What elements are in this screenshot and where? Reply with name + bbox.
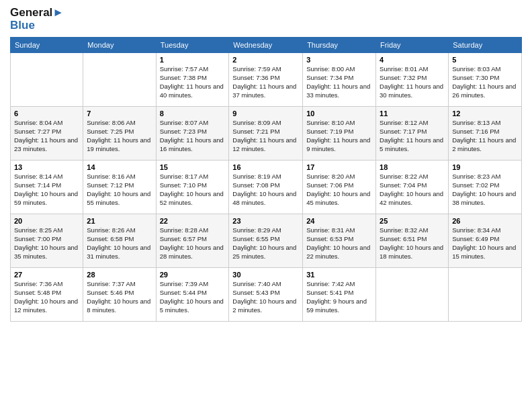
calendar-cell: 7Sunrise: 8:06 AMSunset: 7:25 PMDaylight… (83, 107, 156, 161)
day-info: Sunrise: 8:26 AMSunset: 6:58 PMDaylight:… (87, 226, 152, 261)
day-info: Sunrise: 8:00 AMSunset: 7:34 PMDaylight:… (306, 65, 372, 99)
calendar-cell: 5Sunrise: 8:03 AMSunset: 7:30 PMDaylight… (449, 53, 522, 107)
day-info: Sunrise: 8:22 AMSunset: 7:04 PMDaylight:… (380, 173, 445, 207)
day-info: Sunrise: 7:59 AMSunset: 7:36 PMDaylight:… (232, 65, 299, 99)
day-info: Sunrise: 8:09 AMSunset: 7:21 PMDaylight:… (232, 119, 299, 153)
day-header-tuesday: Tuesday (156, 38, 229, 53)
calendar-cell: 14Sunrise: 8:16 AMSunset: 7:12 PMDayligh… (83, 161, 156, 214)
day-info: Sunrise: 8:31 AMSunset: 6:53 PMDaylight:… (306, 226, 372, 261)
calendar-week-3: 13Sunrise: 8:14 AMSunset: 7:14 PMDayligh… (11, 161, 522, 214)
calendar-cell: 9Sunrise: 8:09 AMSunset: 7:21 PMDaylight… (229, 107, 303, 161)
day-info: Sunrise: 8:32 AMSunset: 6:51 PMDaylight:… (380, 226, 445, 261)
day-number: 17 (306, 163, 372, 171)
calendar-cell: 23Sunrise: 8:29 AMSunset: 6:55 PMDayligh… (229, 214, 303, 268)
calendar-cell: 2Sunrise: 7:59 AMSunset: 7:36 PMDaylight… (229, 53, 303, 107)
calendar-cell: 16Sunrise: 8:19 AMSunset: 7:08 PMDayligh… (229, 161, 303, 214)
day-info: Sunrise: 8:14 AMSunset: 7:14 PMDaylight:… (14, 173, 79, 207)
calendar-cell: 24Sunrise: 8:31 AMSunset: 6:53 PMDayligh… (303, 214, 376, 268)
day-info: Sunrise: 7:42 AMSunset: 5:41 PMDaylight:… (306, 280, 372, 314)
logo-text-line2: Blue (10, 19, 64, 32)
calendar-week-2: 6Sunrise: 8:04 AMSunset: 7:27 PMDaylight… (11, 107, 522, 161)
calendar-header-row: SundayMondayTuesdayWednesdayThursdayFrid… (11, 38, 522, 53)
day-number: 14 (87, 163, 152, 171)
day-info: Sunrise: 7:36 AMSunset: 5:48 PMDaylight:… (14, 280, 79, 314)
page-header: General► Blue (10, 7, 522, 32)
calendar-cell: 25Sunrise: 8:32 AMSunset: 6:51 PMDayligh… (376, 214, 449, 268)
day-number: 19 (452, 163, 518, 171)
calendar-cell: 13Sunrise: 8:14 AMSunset: 7:14 PMDayligh… (11, 161, 83, 214)
day-number: 25 (380, 217, 445, 225)
calendar-cell: 20Sunrise: 8:25 AMSunset: 7:00 PMDayligh… (11, 214, 83, 268)
day-info: Sunrise: 8:19 AMSunset: 7:08 PMDaylight:… (232, 173, 299, 207)
day-header-saturday: Saturday (449, 38, 522, 53)
day-number: 16 (232, 163, 299, 171)
logo-text-line1: General► (10, 7, 64, 19)
day-header-thursday: Thursday (303, 38, 376, 53)
day-info: Sunrise: 7:37 AMSunset: 5:46 PMDaylight:… (87, 280, 152, 314)
calendar-week-5: 27Sunrise: 7:36 AMSunset: 5:48 PMDayligh… (11, 268, 522, 322)
calendar-cell: 28Sunrise: 7:37 AMSunset: 5:46 PMDayligh… (83, 268, 156, 322)
day-number: 20 (14, 217, 79, 225)
day-header-friday: Friday (376, 38, 449, 53)
day-number: 11 (380, 109, 445, 118)
calendar-cell: 6Sunrise: 8:04 AMSunset: 7:27 PMDaylight… (11, 107, 83, 161)
day-info: Sunrise: 7:40 AMSunset: 5:43 PMDaylight:… (232, 280, 299, 314)
day-info: Sunrise: 7:57 AMSunset: 7:38 PMDaylight:… (160, 65, 226, 99)
day-info: Sunrise: 8:17 AMSunset: 7:10 PMDaylight:… (160, 173, 226, 207)
day-number: 1 (160, 56, 226, 64)
calendar-cell: 18Sunrise: 8:22 AMSunset: 7:04 PMDayligh… (376, 161, 449, 214)
calendar-cell: 30Sunrise: 7:40 AMSunset: 5:43 PMDayligh… (229, 268, 303, 322)
day-number: 4 (380, 56, 445, 64)
day-number: 28 (87, 271, 152, 279)
day-info: Sunrise: 8:13 AMSunset: 7:16 PMDaylight:… (452, 119, 518, 153)
calendar-cell: 19Sunrise: 8:23 AMSunset: 7:02 PMDayligh… (449, 161, 522, 214)
day-number: 12 (452, 109, 518, 118)
day-info: Sunrise: 8:16 AMSunset: 7:12 PMDaylight:… (87, 173, 152, 207)
day-info: Sunrise: 8:20 AMSunset: 7:06 PMDaylight:… (306, 173, 372, 207)
calendar-table: SundayMondayTuesdayWednesdayThursdayFrid… (10, 37, 522, 322)
day-info: Sunrise: 8:34 AMSunset: 6:49 PMDaylight:… (452, 226, 518, 261)
calendar-page: General► Blue SundayMondayTuesdayWednesd… (0, 0, 532, 411)
day-number: 15 (160, 163, 226, 171)
day-info: Sunrise: 8:23 AMSunset: 7:02 PMDaylight:… (452, 173, 518, 207)
day-number: 18 (380, 163, 445, 171)
day-info: Sunrise: 8:25 AMSunset: 7:00 PMDaylight:… (14, 226, 79, 261)
day-number: 6 (14, 109, 79, 118)
calendar-cell: 31Sunrise: 7:42 AMSunset: 5:41 PMDayligh… (303, 268, 376, 322)
calendar-cell: 22Sunrise: 8:28 AMSunset: 6:57 PMDayligh… (156, 214, 229, 268)
calendar-cell: 8Sunrise: 8:07 AMSunset: 7:23 PMDaylight… (156, 107, 229, 161)
day-header-wednesday: Wednesday (229, 38, 303, 53)
day-number: 23 (232, 217, 299, 225)
logo: General► Blue (10, 7, 64, 32)
day-info: Sunrise: 8:10 AMSunset: 7:19 PMDaylight:… (306, 119, 372, 153)
day-number: 10 (306, 109, 372, 118)
calendar-week-1: 1Sunrise: 7:57 AMSunset: 7:38 PMDaylight… (11, 53, 522, 107)
calendar-cell: 27Sunrise: 7:36 AMSunset: 5:48 PMDayligh… (11, 268, 83, 322)
calendar-cell: 3Sunrise: 8:00 AMSunset: 7:34 PMDaylight… (303, 53, 376, 107)
day-number: 21 (87, 217, 152, 225)
day-info: Sunrise: 8:04 AMSunset: 7:27 PMDaylight:… (14, 119, 79, 153)
day-number: 24 (306, 217, 372, 225)
day-number: 8 (160, 109, 226, 118)
day-number: 22 (160, 217, 226, 225)
day-info: Sunrise: 8:06 AMSunset: 7:25 PMDaylight:… (87, 119, 152, 153)
calendar-cell: 1Sunrise: 7:57 AMSunset: 7:38 PMDaylight… (156, 53, 229, 107)
day-info: Sunrise: 8:29 AMSunset: 6:55 PMDaylight:… (232, 226, 299, 261)
calendar-cell: 4Sunrise: 8:01 AMSunset: 7:32 PMDaylight… (376, 53, 449, 107)
calendar-cell: 12Sunrise: 8:13 AMSunset: 7:16 PMDayligh… (449, 107, 522, 161)
day-info: Sunrise: 8:12 AMSunset: 7:17 PMDaylight:… (380, 119, 445, 153)
day-number: 27 (14, 271, 79, 279)
day-number: 7 (87, 109, 152, 118)
calendar-cell (11, 53, 83, 107)
day-number: 5 (452, 56, 518, 64)
day-header-monday: Monday (83, 38, 156, 53)
day-number: 30 (232, 271, 299, 279)
calendar-cell (449, 268, 522, 322)
day-number: 9 (232, 109, 299, 118)
calendar-cell: 15Sunrise: 8:17 AMSunset: 7:10 PMDayligh… (156, 161, 229, 214)
calendar-week-4: 20Sunrise: 8:25 AMSunset: 7:00 PMDayligh… (11, 214, 522, 268)
calendar-cell: 10Sunrise: 8:10 AMSunset: 7:19 PMDayligh… (303, 107, 376, 161)
day-info: Sunrise: 8:07 AMSunset: 7:23 PMDaylight:… (160, 119, 226, 153)
day-number: 31 (306, 271, 372, 279)
calendar-cell: 21Sunrise: 8:26 AMSunset: 6:58 PMDayligh… (83, 214, 156, 268)
